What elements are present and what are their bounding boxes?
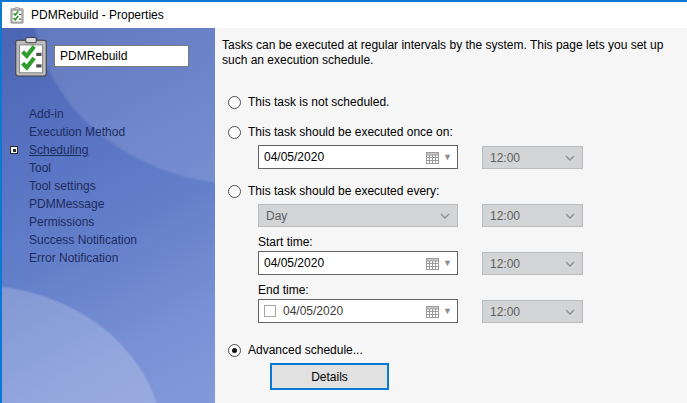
dropdown-arrow-icon[interactable]: ▼	[443, 307, 452, 316]
once-time-select[interactable]: 12:00	[482, 146, 583, 169]
sidebar-item-label: Tool	[29, 161, 51, 175]
radio-advanced-schedule[interactable]: Advanced schedule...	[228, 343, 363, 357]
sidebar: Add-in Execution Method Scheduling Tool …	[2, 28, 215, 403]
start-time-select[interactable]: 12:00	[482, 252, 583, 275]
interval-select[interactable]: Day	[258, 204, 458, 227]
task-checklist-icon	[14, 36, 48, 82]
window-title: PDMRebuild - Properties	[31, 8, 164, 22]
sidebar-item-execution-method[interactable]: Execution Method	[2, 123, 215, 141]
sidebar-item-label: Success Notification	[29, 233, 137, 247]
radio-icon	[228, 185, 241, 198]
calendar-icon[interactable]	[426, 305, 439, 318]
scheduling-page: Tasks can be executed at regular interva…	[215, 28, 687, 403]
radio-execute-once[interactable]: This task should be executed once on:	[228, 125, 453, 139]
selected-indicator-icon	[10, 146, 18, 154]
sidebar-item-success-notification[interactable]: Success Notification	[2, 231, 215, 249]
details-button[interactable]: Details	[270, 363, 389, 390]
chevron-down-icon	[565, 309, 575, 315]
start-time-label: Start time:	[258, 235, 313, 249]
properties-dialog: PDMRebuild - Properties Add-in Execution	[0, 0, 687, 403]
sidebar-nav: Add-in Execution Method Scheduling Tool …	[2, 105, 215, 267]
sidebar-item-permissions[interactable]: Permissions	[2, 213, 215, 231]
radio-icon	[228, 96, 241, 109]
sidebar-item-label: Execution Method	[29, 125, 125, 139]
sidebar-item-error-notification[interactable]: Error Notification	[2, 249, 215, 267]
every-time-select[interactable]: 12:00	[482, 204, 583, 227]
sidebar-item-label: Permissions	[29, 215, 94, 229]
chevron-down-icon	[565, 155, 575, 161]
sidebar-item-pdmmessage[interactable]: PDMMessage	[2, 195, 215, 213]
sidebar-item-scheduling[interactable]: Scheduling	[2, 141, 215, 159]
end-time-select[interactable]: 12:00	[482, 300, 583, 323]
task-name-input[interactable]	[54, 45, 189, 67]
task-checklist-icon	[10, 7, 24, 24]
radio-icon	[228, 126, 241, 139]
calendar-icon[interactable]	[426, 151, 439, 164]
radio-icon	[228, 344, 241, 357]
radio-not-scheduled[interactable]: This task is not scheduled.	[228, 95, 389, 109]
end-date-checkbox[interactable]	[264, 305, 276, 317]
page-description: Tasks can be executed at regular interva…	[222, 38, 678, 68]
sidebar-item-tool-settings[interactable]: Tool settings	[2, 177, 215, 195]
sidebar-item-label: Add-in	[29, 107, 64, 121]
calendar-icon[interactable]	[426, 257, 439, 270]
sidebar-item-label: Tool settings	[29, 179, 96, 193]
once-date-picker[interactable]: 04/05/2020 ▼	[258, 145, 458, 169]
sidebar-item-tool[interactable]: Tool	[2, 159, 215, 177]
radio-execute-every[interactable]: This task should be executed every:	[228, 184, 439, 198]
sidebar-item-label: Scheduling	[29, 143, 88, 157]
dropdown-arrow-icon[interactable]: ▼	[443, 153, 452, 162]
start-date-picker[interactable]: 04/05/2020 ▼	[258, 251, 458, 275]
chevron-down-icon	[565, 261, 575, 267]
titlebar[interactable]: PDMRebuild - Properties	[2, 2, 687, 28]
chevron-down-icon	[565, 213, 575, 219]
sidebar-item-label: PDMMessage	[29, 197, 104, 211]
chevron-down-icon	[440, 213, 450, 219]
end-date-picker[interactable]: 04/05/2020 ▼	[258, 299, 458, 323]
sidebar-item-label: Error Notification	[29, 251, 118, 265]
sidebar-item-add-in[interactable]: Add-in	[2, 105, 215, 123]
end-time-label: End time:	[258, 283, 309, 297]
dropdown-arrow-icon[interactable]: ▼	[443, 259, 452, 268]
